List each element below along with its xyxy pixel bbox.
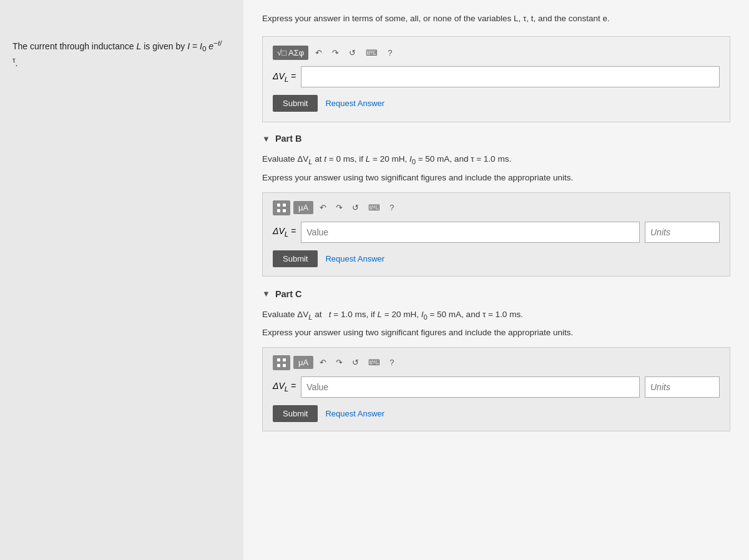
- part-a-answer-input[interactable]: [301, 66, 720, 87]
- svg-rect-6: [277, 364, 280, 367]
- keyboard-icon[interactable]: ⌨: [363, 46, 381, 59]
- mu-button-c[interactable]: μA: [293, 356, 313, 369]
- part-c-section: ▼ Part C Evaluate ΔVL at t = 1.0 ms, if …: [262, 289, 730, 431]
- part-c-description1: Evaluate ΔVL at t = 1.0 ms, if L = 20 mH…: [262, 308, 730, 323]
- part-b-title: Part B: [275, 134, 302, 144]
- right-panel: Express your answer in terms of some, al…: [243, 0, 749, 560]
- part-a-submit-button[interactable]: Submit: [273, 95, 318, 112]
- part-b-section: ▼ Part B Evaluate ΔVL at t = 0 ms, if L …: [262, 134, 730, 276]
- refresh-icon[interactable]: ↺: [346, 46, 359, 59]
- redo-icon[interactable]: ↷: [329, 46, 342, 59]
- part-b-units-input[interactable]: [645, 222, 720, 243]
- part-b-answer-row: ΔVL =: [273, 222, 720, 243]
- instructions-header: Express your answer in terms of some, al…: [262, 12, 730, 25]
- svg-rect-0: [277, 204, 280, 207]
- part-b-description1: Evaluate ΔVL at t = 0 ms, if L = 20 mH, …: [262, 152, 730, 167]
- part-c-units-input[interactable]: [645, 376, 720, 398]
- part-c-answer-row: ΔVL =: [273, 376, 720, 398]
- svg-rect-7: [283, 364, 286, 367]
- keyboard-icon-c[interactable]: ⌨: [365, 356, 383, 369]
- asigma-label: AΣφ: [288, 48, 304, 57]
- given-text: The current through inductance L is give…: [12, 37, 225, 70]
- svg-rect-3: [283, 209, 286, 212]
- part-b-header: ▼ Part B: [262, 134, 730, 144]
- svg-rect-2: [277, 209, 280, 212]
- help-icon-c[interactable]: ?: [386, 356, 397, 369]
- part-b-submit-row: Submit Request Answer: [273, 250, 720, 267]
- svg-rect-4: [277, 358, 280, 361]
- part-c-submit-row: Submit Request Answer: [273, 405, 720, 422]
- part-a-answer-label: ΔVL =: [273, 71, 296, 83]
- refresh-icon-b[interactable]: ↺: [349, 201, 362, 214]
- svg-rect-5: [283, 358, 286, 361]
- keyboard-icon-b[interactable]: ⌨: [365, 201, 383, 214]
- mu-button[interactable]: μA: [293, 201, 313, 214]
- svg-rect-1: [283, 204, 286, 207]
- part-b-submit-button[interactable]: Submit: [273, 250, 318, 267]
- undo-icon-b[interactable]: ↶: [316, 201, 330, 214]
- undo-icon-c[interactable]: ↶: [316, 356, 330, 369]
- part-a-box: √□ AΣφ ↶ ↷ ↺ ⌨ ? ΔVL = Submit Request An…: [262, 36, 730, 122]
- part-c-value-input[interactable]: [301, 376, 640, 398]
- part-c-toolbar: μA ↶ ↷ ↺ ⌨ ?: [273, 355, 720, 370]
- part-c-title: Part C: [275, 289, 302, 299]
- part-c-inner-box: μA ↶ ↷ ↺ ⌨ ? ΔVL = Submit Request Answer: [262, 347, 730, 431]
- part-c-submit-button[interactable]: Submit: [273, 405, 318, 422]
- left-panel: The current through inductance L is give…: [0, 0, 243, 560]
- matrix-icon-c[interactable]: [273, 355, 290, 370]
- undo-icon[interactable]: ↶: [312, 46, 325, 59]
- sqrt-icon: √□: [277, 48, 286, 57]
- part-c-answer-label: ΔVL =: [273, 381, 296, 393]
- part-a-toolbar: √□ AΣφ ↶ ↷ ↺ ⌨ ?: [273, 46, 720, 60]
- part-a-request-answer-link[interactable]: Request Answer: [325, 99, 384, 108]
- part-b-value-input[interactable]: [301, 222, 640, 243]
- part-b-toolbar: μA ↶ ↷ ↺ ⌨ ?: [273, 200, 720, 215]
- part-b-toggle-icon[interactable]: ▼: [262, 134, 270, 144]
- part-b-answer-label: ΔVL =: [273, 226, 296, 238]
- part-a-answer-row: ΔVL =: [273, 66, 720, 87]
- refresh-icon-c[interactable]: ↺: [349, 356, 362, 369]
- help-icon[interactable]: ?: [384, 46, 395, 59]
- part-b-description2: Express your answer using two significan…: [262, 171, 730, 185]
- help-icon-b[interactable]: ?: [386, 201, 397, 214]
- part-a-submit-row: Submit Request Answer: [273, 95, 720, 112]
- redo-icon-c[interactable]: ↷: [333, 356, 346, 369]
- part-c-toggle-icon[interactable]: ▼: [262, 289, 270, 298]
- matrix-icon[interactable]: [273, 200, 290, 215]
- part-b-request-answer-link[interactable]: Request Answer: [325, 254, 384, 263]
- redo-icon-b[interactable]: ↷: [333, 201, 346, 214]
- part-c-header: ▼ Part C: [262, 289, 730, 299]
- part-b-inner-box: μA ↶ ↷ ↺ ⌨ ? ΔVL = Submit Request Answer: [262, 192, 730, 277]
- part-c-request-answer-link[interactable]: Request Answer: [325, 409, 384, 418]
- part-c-description2: Express your answer using two significan…: [262, 326, 730, 340]
- math-toolbar-btn[interactable]: √□ AΣφ: [273, 46, 308, 60]
